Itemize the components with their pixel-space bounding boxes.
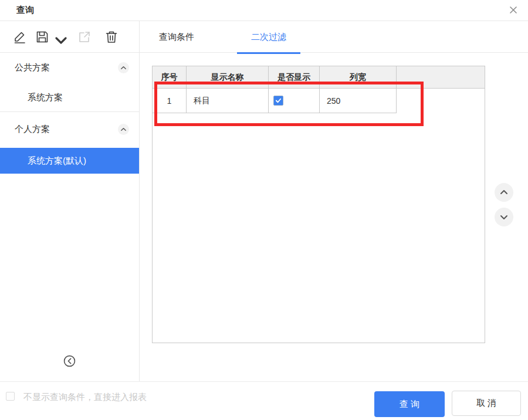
sidebar-item-label: 系统方案 bbox=[28, 92, 63, 103]
table-row[interactable]: 1 科目 250 bbox=[153, 89, 485, 113]
filter-columns-table: 序号 显示名称 是否显示 列宽 1 科目 250 bbox=[152, 66, 485, 343]
edit-pencil-icon[interactable] bbox=[13, 30, 27, 44]
group-label: 公共方案 bbox=[15, 62, 50, 73]
cell-display-name[interactable]: 科目 bbox=[187, 89, 269, 113]
column-header-display-name: 显示名称 bbox=[187, 66, 269, 88]
chevron-up-icon[interactable] bbox=[118, 124, 129, 135]
sidebar-item-system-scheme-default[interactable]: 系统方案(默认) bbox=[0, 148, 139, 174]
table-header-row: 序号 显示名称 是否显示 列宽 bbox=[153, 66, 485, 89]
export-icon bbox=[77, 30, 92, 44]
chevron-up-icon[interactable] bbox=[118, 62, 129, 73]
sidebar-group-public-schemes[interactable]: 公共方案 bbox=[0, 56, 139, 80]
sidebar-item-system-scheme[interactable]: 系统方案 bbox=[0, 87, 139, 108]
tab-label: 查询条件 bbox=[159, 32, 194, 43]
sidebar-divider bbox=[0, 111, 139, 112]
skip-conditions-label: 不显示查询条件，直接进入报表 bbox=[23, 392, 147, 403]
dialog-title: 查询 bbox=[16, 5, 34, 16]
save-icon[interactable] bbox=[35, 30, 49, 44]
cell-filler bbox=[397, 89, 485, 113]
sidebar-item-label: 系统方案(默认) bbox=[28, 155, 86, 167]
query-button[interactable]: 查 询 bbox=[374, 391, 445, 417]
column-header-filler bbox=[397, 66, 485, 88]
scheme-toolbar bbox=[0, 21, 139, 53]
tab-secondary-filter[interactable]: 二次过滤 bbox=[237, 21, 300, 53]
close-icon[interactable] bbox=[507, 4, 520, 16]
cell-col-width[interactable]: 250 bbox=[320, 89, 397, 113]
column-header-visible: 是否显示 bbox=[269, 66, 320, 88]
dialog-titlebar: 查询 bbox=[0, 0, 528, 21]
skip-conditions-checkbox[interactable] bbox=[6, 392, 15, 401]
dialog-footer: 不显示查询条件，直接进入报表 查 询 取 消 bbox=[0, 381, 528, 420]
visible-checkbox[interactable] bbox=[273, 96, 283, 106]
save-dropdown-caret-icon[interactable] bbox=[54, 33, 61, 40]
tab-bar: 查询条件 二次过滤 bbox=[140, 21, 528, 53]
group-label: 个人方案 bbox=[15, 124, 50, 135]
sidebar-group-personal-schemes[interactable]: 个人方案 bbox=[0, 118, 139, 141]
scheme-sidebar: 公共方案 系统方案 个人方案 系统方案(默认) bbox=[0, 21, 140, 381]
trash-icon[interactable] bbox=[104, 30, 119, 44]
cell-seq: 1 bbox=[153, 89, 187, 113]
column-header-col-width: 列宽 bbox=[320, 66, 397, 88]
tab-label: 二次过滤 bbox=[251, 32, 286, 43]
column-header-seq: 序号 bbox=[153, 66, 187, 88]
move-up-button[interactable] bbox=[495, 183, 513, 202]
cancel-button[interactable]: 取 消 bbox=[452, 391, 521, 416]
tab-query-conditions[interactable]: 查询条件 bbox=[145, 21, 208, 53]
move-down-button[interactable] bbox=[495, 208, 513, 226]
query-dialog: 查询 公共方案 bbox=[0, 0, 528, 420]
cell-visible bbox=[269, 89, 320, 113]
collapse-sidebar-icon[interactable] bbox=[63, 355, 76, 367]
